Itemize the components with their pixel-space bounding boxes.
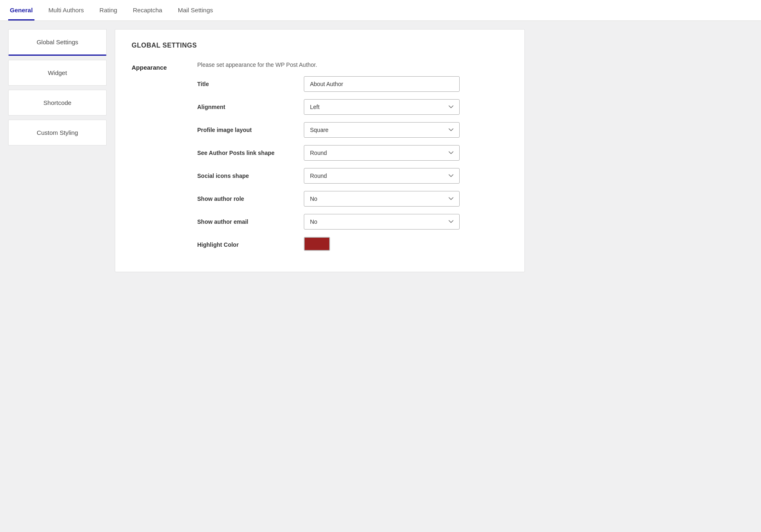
field-row-show-author-email: Show author emailNoYes [197, 214, 508, 230]
field-control-see-author-posts-link-shape: RoundSquare [304, 145, 460, 161]
field-row-see-author-posts-link-shape: See Author Posts link shapeRoundSquare [197, 145, 508, 161]
form-fields: Please set appearance for the WP Post Au… [197, 61, 508, 259]
field-row-highlight-color: Highlight Color [197, 237, 508, 252]
field-control-show-author-email: NoYes [304, 214, 460, 230]
field-row-show-author-role: Show author roleNoYes [197, 191, 508, 207]
sidebar-item-global-settings[interactable]: Global Settings [8, 29, 107, 56]
alignment-select[interactable]: LeftCenterRight [304, 99, 460, 115]
field-label-show-author-email: Show author email [197, 218, 296, 225]
show-author-email-select[interactable]: NoYes [304, 214, 460, 230]
field-row-alignment: AlignmentLeftCenterRight [197, 99, 508, 115]
main-layout: Global SettingsWidgetShortcodeCustom Sty… [0, 21, 533, 280]
title-input[interactable] [304, 76, 460, 92]
social-icons-shape-select[interactable]: RoundSquare [304, 168, 460, 184]
field-control-highlight-color [304, 237, 460, 252]
top-tabs-bar: GeneralMulti AuthorsRatingRecaptchaMail … [0, 0, 761, 21]
tab-general[interactable]: General [8, 0, 34, 20]
sidebar-item-custom-styling[interactable]: Custom Styling [8, 120, 107, 146]
field-label-profile-image-layout: Profile image layout [197, 127, 296, 133]
field-control-show-author-role: NoYes [304, 191, 460, 207]
field-control-profile-image-layout: SquareRound [304, 122, 460, 138]
content-area: GLOBAL SETTINGS Appearance Please set ap… [115, 29, 525, 272]
field-row-social-icons-shape: Social icons shapeRoundSquare [197, 168, 508, 184]
field-control-title [304, 76, 460, 92]
field-label-highlight-color: Highlight Color [197, 241, 296, 248]
highlight-color-swatch[interactable] [304, 237, 330, 251]
field-label-social-icons-shape: Social icons shape [197, 173, 296, 179]
field-control-social-icons-shape: RoundSquare [304, 168, 460, 184]
appearance-description: Please set appearance for the WP Post Au… [197, 61, 508, 68]
profile-image-layout-select[interactable]: SquareRound [304, 122, 460, 138]
field-label-see-author-posts-link-shape: See Author Posts link shape [197, 150, 296, 156]
tab-mail-settings[interactable]: Mail Settings [176, 0, 215, 20]
sidebar-item-shortcode[interactable]: Shortcode [8, 90, 107, 116]
field-label-title: Title [197, 81, 296, 87]
sidebar: Global SettingsWidgetShortcodeCustom Sty… [8, 29, 107, 272]
field-row-title: Title [197, 76, 508, 92]
appearance-section: Appearance Please set appearance for the… [132, 61, 508, 259]
show-author-role-select[interactable]: NoYes [304, 191, 460, 207]
field-row-profile-image-layout: Profile image layoutSquareRound [197, 122, 508, 138]
see-author-posts-link-shape-select[interactable]: RoundSquare [304, 145, 460, 161]
appearance-label: Appearance [132, 61, 185, 259]
sidebar-item-widget[interactable]: Widget [8, 60, 107, 86]
field-label-alignment: Alignment [197, 104, 296, 110]
tab-rating[interactable]: Rating [98, 0, 119, 20]
tab-recaptcha[interactable]: Recaptcha [131, 0, 164, 20]
field-label-show-author-role: Show author role [197, 196, 296, 202]
tab-multi-authors[interactable]: Multi Authors [47, 0, 86, 20]
field-control-alignment: LeftCenterRight [304, 99, 460, 115]
content-title: GLOBAL SETTINGS [132, 42, 508, 49]
